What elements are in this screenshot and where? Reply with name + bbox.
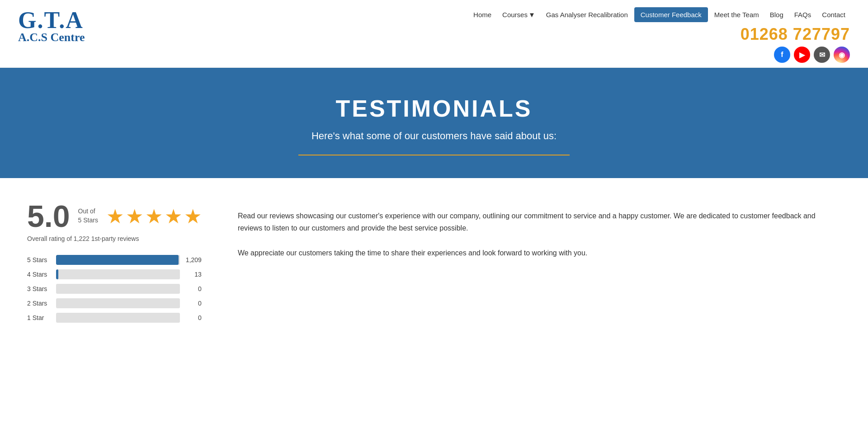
nav-faqs[interactable]: FAQs (790, 8, 816, 21)
bar-label-3: 3 Stars (27, 285, 51, 292)
bar-row-2: 4 Stars13 (27, 269, 202, 279)
youtube-icon[interactable]: ▶ (794, 47, 810, 63)
social-icons-row: f ▶ ✉ ◉ (774, 47, 850, 63)
description-para2: We appreciate our customers taking the t… (238, 247, 841, 259)
bar-row-5: 1 Star0 (27, 313, 202, 323)
logo-gta: G.T.A (18, 7, 85, 33)
rating-score: 5.0 (27, 201, 70, 231)
star-4: ★ (165, 205, 182, 228)
main-content: 5.0 Out of 5 Stars ★ ★ ★ ★ ★ Overall rat… (0, 178, 868, 350)
bar-row-3: 3 Stars0 (27, 284, 202, 294)
bar-label-1: 5 Stars (27, 256, 51, 264)
rating-bars: 5 Stars1,2094 Stars133 Stars02 Stars01 S… (27, 255, 202, 323)
nav-blog[interactable]: Blog (765, 8, 788, 21)
logo-acs: A.C.S Centre (18, 31, 85, 44)
bar-row-4: 2 Stars0 (27, 298, 202, 308)
chevron-down-icon: ▼ (528, 11, 535, 19)
bar-label-5: 1 Star (27, 314, 51, 321)
bar-count-2: 13 (185, 271, 202, 278)
bar-count-3: 0 (185, 285, 202, 292)
description-para1: Read our reviews showcasing our customer… (238, 210, 841, 234)
bar-label-2: 4 Stars (27, 271, 51, 278)
bar-track-4 (56, 298, 180, 308)
stars-display: ★ ★ ★ ★ ★ (106, 205, 202, 228)
rating-out-of: Out of 5 Stars (78, 207, 98, 225)
bar-track-5 (56, 313, 180, 323)
bar-track-3 (56, 284, 180, 294)
bar-track-2 (56, 269, 180, 279)
nav-meet-team[interactable]: Meet the Team (710, 8, 764, 21)
nav-contact[interactable]: Contact (817, 8, 850, 21)
bar-count-4: 0 (185, 300, 202, 307)
rating-total: Overall rating of 1,222 1st-party review… (27, 235, 202, 242)
hero-title: TESTIMONIALS (18, 95, 850, 122)
bar-label-4: 2 Stars (27, 300, 51, 307)
hero-banner: TESTIMONIALS Here's what some of our cus… (0, 68, 868, 178)
hero-subtitle: Here's what some of our customers have s… (18, 130, 850, 142)
bar-fill-2 (56, 269, 58, 279)
description-section: Read our reviews showcasing our customer… (238, 201, 841, 272)
instagram-icon[interactable]: ◉ (834, 47, 850, 63)
logo[interactable]: G.T.A A.C.S Centre (18, 7, 85, 44)
nav-gas-analyser[interactable]: Gas Analyser Recalibration (542, 8, 632, 21)
phone-number[interactable]: 01268 727797 (741, 25, 850, 44)
bar-row-1: 5 Stars1,209 (27, 255, 202, 265)
bar-track-1 (56, 255, 180, 265)
site-header: G.T.A A.C.S Centre Home Courses ▼ Gas An… (0, 0, 868, 68)
nav-courses[interactable]: Courses ▼ (498, 8, 540, 21)
bar-count-1: 1,209 (185, 256, 202, 264)
facebook-icon[interactable]: f (774, 47, 790, 63)
main-nav: Home Courses ▼ Gas Analyser Recalibratio… (469, 7, 850, 22)
bar-fill-1 (56, 255, 179, 265)
header-right: Home Courses ▼ Gas Analyser Recalibratio… (469, 7, 850, 63)
hero-divider (298, 155, 570, 155)
nav-home[interactable]: Home (469, 8, 496, 21)
star-2: ★ (126, 205, 143, 228)
nav-customer-feedback[interactable]: Customer Feedback (634, 7, 708, 22)
star-1: ★ (106, 205, 124, 228)
rating-section: 5.0 Out of 5 Stars ★ ★ ★ ★ ★ Overall rat… (27, 201, 202, 327)
email-icon[interactable]: ✉ (814, 47, 830, 63)
star-5: ★ (184, 205, 202, 228)
bar-count-5: 0 (185, 314, 202, 321)
star-3: ★ (145, 205, 163, 228)
rating-top: 5.0 Out of 5 Stars ★ ★ ★ ★ ★ (27, 201, 202, 231)
